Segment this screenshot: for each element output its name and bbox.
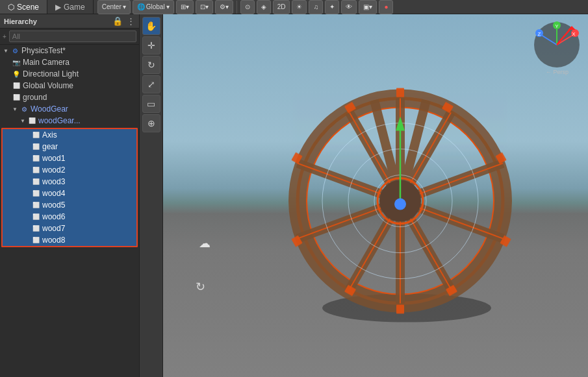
wood6-icon: ⬜ [31, 212, 40, 221]
center-label: Center [102, 3, 121, 10]
directional-light-label: Directional Light [23, 69, 79, 79]
hierarchy-item-woodgear[interactable]: ▼ ⚙ WoodGear [0, 103, 139, 115]
overlay-btn[interactable]: ◈ [257, 0, 271, 14]
transform-tool-btn[interactable]: ⊕ [142, 114, 160, 132]
sep1 [236, 1, 237, 14]
search-input[interactable] [9, 30, 136, 42]
hierarchy-item-global-volume[interactable]: ⬜ Global Volume [0, 80, 139, 91]
hierarchy-item-wood2[interactable]: ⬜ wood2 [3, 164, 136, 176]
hierarchy-item-wood1[interactable]: ⬜ wood1 [3, 152, 136, 164]
z-axis-label: Z [538, 31, 541, 37]
hierarchy-item-wood3[interactable]: ⬜ wood3 [3, 176, 136, 188]
hierarchy-item-wood6[interactable]: ⬜ wood6 [3, 211, 136, 223]
persp-label: ← Persp [533, 69, 582, 75]
scene-background: X Y Z ← Persp ☁ ↻ [163, 14, 588, 377]
wood2-icon: ⬜ [31, 165, 40, 175]
global-chevron: ▾ [166, 3, 170, 10]
hierarchy-item-physicstest[interactable]: ▼ ⚙ PhysicsTest* [0, 45, 139, 56]
wood1-icon: ⬜ [31, 154, 40, 163]
hierarchy-header: Hierarchy 🔒 ⋮ [0, 14, 139, 29]
wheel-svg [277, 77, 524, 324]
wood5-label: wood5 [42, 201, 65, 210]
hierarchy-item-main-camera[interactable]: 📷 Main Camera [0, 56, 139, 68]
twod-btn[interactable]: 2D [273, 0, 290, 14]
axes-gizmo-svg: X Y Z [533, 21, 582, 69]
handle-btn[interactable]: ⚙▾ [215, 0, 233, 14]
woodgear-child-label: woodGear... [38, 116, 81, 125]
x-axis-label: X [572, 31, 576, 37]
hierarchy-item-gear[interactable]: ⬜ gear [3, 141, 136, 152]
wood4-icon: ⬜ [31, 189, 40, 198]
hierarchy-item-wood8[interactable]: ⬜ wood8 [3, 234, 136, 246]
render-btn[interactable]: ⊙ [240, 0, 255, 14]
wood2-label: wood2 [42, 165, 65, 175]
move-tool-btn[interactable]: ✛ [142, 36, 160, 55]
global-label: Global [146, 3, 165, 10]
hierarchy-list: ▼ ⚙ PhysicsTest* 📷 Main Camera 💡 Directi… [0, 45, 139, 377]
hand-tool-btn[interactable]: ✋ [142, 17, 160, 35]
wood8-label: wood8 [42, 236, 65, 245]
wood3-label: wood3 [42, 177, 65, 186]
y-axis-label: Y [555, 23, 559, 29]
menu-icon[interactable]: ⋮ [127, 16, 135, 26]
wood6-label: wood6 [42, 212, 65, 221]
light-icon: 💡 [12, 69, 21, 79]
top-tab-bar: ⬡ Scene ▶ Game Center ▾ 🌐 Global ▾ ⊞▾ ⊡▾… [0, 0, 588, 14]
camera-icon: 📷 [12, 58, 21, 67]
scale-tool-btn[interactable]: ⤢ [142, 75, 160, 93]
hierarchy-header-icons: 🔒 ⋮ [112, 16, 135, 26]
hidden-btn[interactable]: 👁 [341, 0, 357, 14]
main-camera-label: Main Camera [23, 58, 70, 67]
physicstest-label: PhysicsTest* [21, 46, 66, 55]
rotate-tool-btn[interactable]: ↻ [142, 56, 160, 74]
wood7-label: wood7 [42, 224, 65, 233]
hierarchy-item-woodgear-child[interactable]: ▼ ⬜ woodGear... [0, 115, 139, 127]
snap-btn[interactable]: ⊡▾ [196, 0, 213, 14]
grid-btn[interactable]: ⊞▾ [176, 0, 194, 14]
axis-label: Axis [42, 130, 57, 140]
expand-arrow-woodgear: ▼ [12, 106, 18, 112]
wood5-icon: ⬜ [31, 201, 40, 210]
hierarchy-item-axis[interactable]: ⬜ Axis [3, 129, 136, 141]
scene-toolbar: Center ▾ 🌐 Global ▾ ⊞▾ ⊡▾ ⚙▾ ⊙ ◈ 2D ☀ ♫ … [94, 0, 398, 14]
physicstest-icon: ⚙ [10, 46, 19, 55]
scene-gizmo[interactable]: X Y Z ← Persp [533, 21, 582, 69]
scene-tools-panel: ✋ ✛ ↻ ⤢ ▭ ⊕ [140, 14, 163, 377]
woodgear-label: WoodGear [31, 104, 68, 114]
gear-icon: ⬜ [31, 142, 40, 151]
gizmos-btn[interactable]: ● [379, 0, 393, 14]
center-dropdown[interactable]: Center ▾ [97, 0, 131, 14]
svg-rect-25 [396, 88, 404, 97]
main-tab-group: ⬡ Scene ▶ Game [0, 0, 94, 14]
lights-btn[interactable]: ☀ [292, 0, 307, 14]
hierarchy-item-wood5[interactable]: ⬜ wood5 [3, 199, 136, 211]
main-content: Hierarchy 🔒 ⋮ + ▼ ⚙ PhysicsTest* 📷 Main … [0, 14, 588, 377]
tab-scene[interactable]: ⬡ Scene [0, 0, 47, 14]
cursor-rotate-icon: ↻ [196, 280, 205, 294]
selected-items-group: ⬜ Axis ⬜ gear ⬜ wood1 ⬜ wood2 [1, 128, 138, 247]
global-icon: 🌐 [137, 3, 145, 10]
center-handle [394, 198, 406, 210]
hierarchy-item-ground[interactable]: ⬜ ground [0, 91, 139, 103]
hierarchy-search-bar: + [0, 29, 139, 45]
global-dropdown[interactable]: 🌐 Global ▾ [133, 0, 174, 14]
scene-viewport[interactable]: ✋ ✛ ↻ ⤢ ▭ ⊕ [140, 14, 588, 377]
woodgear-icon: ⚙ [19, 104, 29, 114]
search-icon: + [3, 33, 6, 40]
global-volume-icon: ⬜ [12, 81, 21, 90]
hierarchy-item-wood7[interactable]: ⬜ wood7 [3, 223, 136, 234]
lock-icon[interactable]: 🔒 [112, 16, 123, 26]
game-tab-label: Game [64, 3, 85, 12]
hierarchy-item-directional-light[interactable]: 💡 Directional Light [0, 68, 139, 80]
wood1-label: wood1 [42, 154, 65, 163]
effects-btn[interactable]: ✦ [325, 0, 339, 14]
rect-tool-btn[interactable]: ▭ [142, 95, 160, 113]
tab-game[interactable]: ▶ Game [47, 0, 94, 14]
global-volume-label: Global Volume [23, 81, 73, 90]
wheel-object [277, 77, 524, 324]
audio-btn[interactable]: ♫ [309, 0, 323, 14]
wood8-icon: ⬜ [31, 236, 40, 245]
hierarchy-item-wood4[interactable]: ⬜ wood4 [3, 188, 136, 199]
camera-btn[interactable]: ▣▾ [359, 0, 377, 14]
hierarchy-panel: Hierarchy 🔒 ⋮ + ▼ ⚙ PhysicsTest* 📷 Main … [0, 14, 140, 377]
